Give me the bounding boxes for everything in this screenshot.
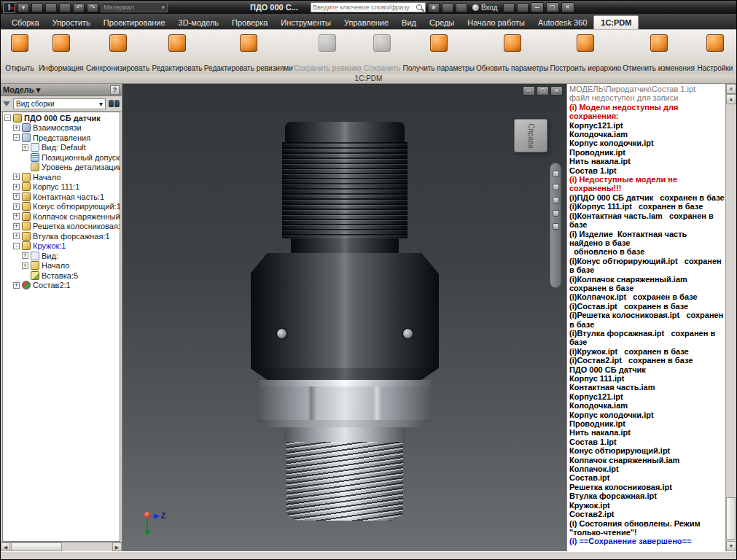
signin-button[interactable]: Вход xyxy=(469,4,501,12)
ribbon-button[interactable]: Отменить изменения xyxy=(622,31,695,74)
assembly-view-combo[interactable]: Вид сборки ▾ xyxy=(13,98,106,109)
tree-expander-icon[interactable]: + xyxy=(22,252,28,259)
tree-expander-icon[interactable]: + xyxy=(22,144,28,151)
viewport[interactable]: – □ × Справа xyxy=(122,84,566,551)
tree-expander-icon[interactable]: - xyxy=(4,114,11,121)
tree-item[interactable]: + Решетка колосниковая:1 xyxy=(3,222,120,232)
close-button[interactable]: × xyxy=(561,2,574,12)
ribbon-tab[interactable]: Управление xyxy=(338,16,395,29)
ribbon-button[interactable]: Сохранить xyxy=(362,31,402,74)
browser-dropdown-icon[interactable]: ▾ xyxy=(36,85,41,94)
tree-expander-icon[interactable]: - xyxy=(13,243,20,249)
scroll-left-icon[interactable]: ◀ xyxy=(1,542,10,551)
app-menu-arrow-icon[interactable]: ▾ xyxy=(17,3,29,12)
open-file-icon[interactable] xyxy=(45,3,57,12)
tree-item[interactable]: Уровень детализации : П xyxy=(3,163,120,173)
ribbon-tab[interactable]: Инструменты xyxy=(274,16,338,29)
ribbon-tab[interactable]: Autodesk 360 xyxy=(531,16,593,29)
navigation-bar[interactable] xyxy=(550,163,561,288)
ribbon-button[interactable]: Редактировать xyxy=(151,31,204,74)
log-scrollbar[interactable]: × ▲ ▼ xyxy=(725,84,736,551)
ribbon-button[interactable]: Редактировать ревизиями xyxy=(203,31,293,74)
navigation-wheel-icon[interactable] xyxy=(553,171,559,177)
tree-item[interactable]: Позиционный допуск xyxy=(3,152,120,163)
new-file-icon[interactable] xyxy=(31,3,43,12)
exchange-icon[interactable] xyxy=(503,3,515,12)
tree-item[interactable]: Вставка:5 xyxy=(3,271,120,281)
tree-item[interactable]: + Начало xyxy=(3,172,120,182)
ribbon-button[interactable]: Получить параметры xyxy=(402,31,475,74)
tree-expander-icon[interactable]: - xyxy=(13,134,20,141)
doc-minimize-button[interactable]: – xyxy=(523,86,535,96)
browser-header[interactable]: Модель ▾ ? xyxy=(1,84,122,96)
undo-icon[interactable]: ↶ xyxy=(73,3,85,12)
material-combo[interactable]: Материал▾ xyxy=(101,2,168,12)
ribbon-button[interactable]: Построить иерархию xyxy=(550,31,623,74)
tree-expander-icon[interactable]: + xyxy=(13,233,20,239)
doc-close-button[interactable]: × xyxy=(550,86,563,96)
model-3d[interactable] xyxy=(249,122,440,521)
ribbon-button[interactable]: Открыть xyxy=(2,31,37,74)
tree-item[interactable]: + Колпачок снаряженный:1 xyxy=(3,211,120,222)
log-scroll-thumb[interactable] xyxy=(726,497,736,540)
find-icon[interactable] xyxy=(109,100,120,107)
info-center-icon[interactable] xyxy=(517,3,529,12)
search-icon[interactable] xyxy=(416,4,422,10)
ribbon-tab[interactable]: 3D-модель xyxy=(172,16,225,29)
tree-expander-icon[interactable]: + xyxy=(13,125,20,131)
ribbon-button[interactable]: Информация xyxy=(37,31,85,74)
browser-hscrollbar[interactable]: ◀ ▶ xyxy=(1,542,122,551)
ribbon-button[interactable]: Настройки xyxy=(695,31,735,74)
community-icon[interactable] xyxy=(456,3,467,12)
minimize-button[interactable]: – xyxy=(531,2,544,12)
hscroll-thumb[interactable] xyxy=(11,542,62,551)
tree-item[interactable]: + Взаимосвязи xyxy=(3,123,120,133)
tree-expander-icon[interactable]: + xyxy=(13,223,20,230)
ribbon-tab[interactable]: Среды xyxy=(423,16,461,29)
filter-icon[interactable] xyxy=(3,101,10,106)
tree-expander-icon[interactable]: + xyxy=(22,262,28,269)
browser-help-button[interactable]: ? xyxy=(110,85,120,95)
view-cube[interactable]: Справа xyxy=(514,119,547,152)
ribbon-tab[interactable]: Упростить xyxy=(46,16,97,29)
app-logo[interactable]: IPro xyxy=(3,2,15,13)
tree-expander-icon[interactable]: + xyxy=(13,184,20,190)
scroll-right-icon[interactable]: ▶ xyxy=(112,542,122,551)
tree-expander-icon[interactable]: + xyxy=(13,174,20,180)
tree-item[interactable]: + Вид: Default xyxy=(3,143,120,153)
ribbon-group-label[interactable]: 1С:PDM xyxy=(1,74,736,84)
save-icon[interactable] xyxy=(59,3,71,12)
ribbon-tab[interactable]: Проектирование xyxy=(97,16,172,29)
zoom-icon[interactable] xyxy=(553,197,559,203)
search-input[interactable] xyxy=(311,4,416,11)
search-box[interactable] xyxy=(311,2,426,12)
tree-item[interactable]: + Вид: xyxy=(3,251,120,261)
ribbon-tab[interactable]: Проверка xyxy=(225,16,274,29)
scroll-down-icon[interactable]: ▼ xyxy=(726,541,736,551)
ribbon-tab[interactable]: Начало работы xyxy=(461,16,531,29)
help-topics-icon[interactable] xyxy=(442,3,453,12)
doc-restore-button[interactable]: □ xyxy=(537,86,549,96)
tree-item[interactable]: - ПДО 000 СБ датчик xyxy=(3,113,120,123)
tree-expander-icon[interactable]: + xyxy=(13,193,20,200)
tree-item[interactable]: + Состав2:1 xyxy=(3,281,120,291)
tree-expander-icon[interactable]: + xyxy=(13,213,20,219)
tree-item[interactable]: + Корпус 111:1 xyxy=(3,182,120,192)
maximize-button[interactable]: □ xyxy=(546,2,559,12)
log-scroll-track[interactable] xyxy=(726,104,736,541)
ribbon-tab[interactable]: 1С:PDM xyxy=(593,15,639,29)
favorites-icon[interactable]: ★ xyxy=(428,3,440,12)
tree-expander-icon[interactable]: + xyxy=(13,203,20,210)
orbit-icon[interactable] xyxy=(553,210,559,217)
look-at-icon[interactable] xyxy=(553,223,559,230)
ribbon-tab[interactable]: Вид xyxy=(395,16,423,29)
ribbon-tab[interactable]: Сборка xyxy=(5,16,46,29)
ribbon-button[interactable]: Синхронизировать xyxy=(85,31,151,74)
pan-icon[interactable] xyxy=(553,184,559,190)
redo-icon[interactable]: ↷ xyxy=(87,3,98,12)
tree-item[interactable]: + Контактная часть:1 xyxy=(3,192,120,202)
log-close-button[interactable]: × xyxy=(726,84,736,94)
tree-item[interactable]: - Кружок:1 xyxy=(3,241,120,252)
tree-item[interactable]: + Втулка форсажная:1 xyxy=(3,231,120,241)
ribbon-button[interactable]: Сохранить ревизию xyxy=(293,31,362,74)
